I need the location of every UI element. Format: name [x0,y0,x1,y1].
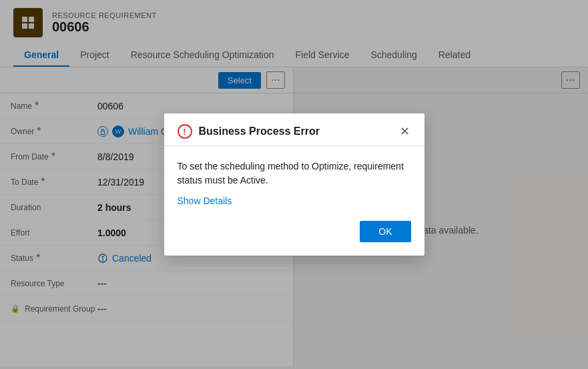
dialog-header: ! Business Process Error ✕ [164,113,424,146]
business-process-error-dialog: ! Business Process Error ✕ To set the sc… [164,113,424,256]
dialog-title: Business Process Error [199,125,320,137]
dialog-ok-button[interactable]: OK [360,221,410,242]
dialog-overlay: ! Business Process Error ✕ To set the sc… [0,0,588,369]
dialog-footer: OK [164,213,424,256]
dialog-title-row: ! Business Process Error [178,124,320,139]
dialog-close-button[interactable]: ✕ [398,124,411,139]
error-icon: ! [178,124,192,139]
dialog-body: To set the scheduling method to Optimize… [164,146,424,213]
show-details-link[interactable]: Show Details [178,196,232,206]
dialog-message: To set the scheduling method to Optimize… [178,159,411,188]
